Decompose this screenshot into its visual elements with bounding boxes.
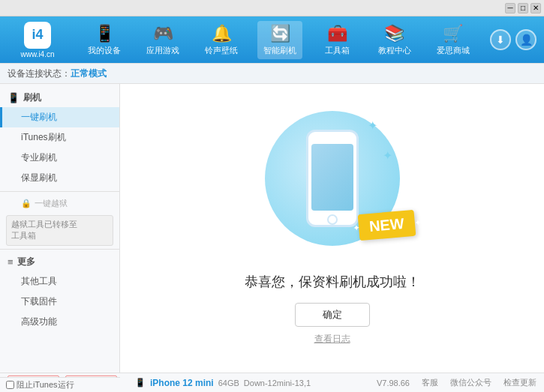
my-device-icon: 📱 (95, 24, 115, 43)
main-area: 📱 刷机 一键刷机 iTunes刷机 专业刷机 保显刷机 🔒 一键越狱 越狱工具… (0, 84, 544, 373)
sidebar-item-pro-flash[interactable]: 专业刷机 (0, 148, 119, 168)
device-system: Down-12mini-13,1 (244, 379, 311, 388)
new-badge: NEW (357, 210, 415, 241)
download-button[interactable]: ⬇ (490, 29, 511, 50)
sidebar-item-advanced[interactable]: 高级功能 (0, 312, 119, 332)
nav-label-shop: 爱思商城 (437, 45, 470, 56)
user-button[interactable]: 👤 (515, 29, 536, 50)
nav-bar: 📱 我的设备 🎮 应用游戏 🔔 铃声壁纸 🔄 智能刷机 🧰 工具箱 📚 教程中心… (75, 21, 482, 59)
sidebar-section-more: ≡ 更多 (0, 253, 119, 271)
smart-flash-icon: 🔄 (270, 24, 290, 43)
apps-games-icon: 🎮 (153, 24, 173, 43)
sidebar-divider-2 (0, 249, 119, 250)
footer-right: V7.98.66 客服 微信公众号 检查更新 (377, 377, 536, 388)
titlebar: ─ □ ✕ (0, 0, 544, 16)
nav-item-smart-flash[interactable]: 🔄 智能刷机 (257, 21, 302, 59)
nav-item-shop[interactable]: 🛒 爱思商城 (431, 21, 476, 59)
sparkle-icon-1: ✦ (368, 118, 377, 133)
device-phone-icon: 📱 (135, 378, 146, 388)
shop-icon: 🛒 (443, 24, 463, 43)
sidebar-divider-1 (0, 191, 119, 192)
check-update-link[interactable]: 检查更新 (503, 377, 536, 388)
sidebar-item-itunes-flash[interactable]: iTunes刷机 (0, 127, 119, 148)
itunes-checkbox[interactable] (6, 381, 14, 389)
tutorial-icon: 📚 (384, 24, 404, 43)
nav-label-my-device: 我的设备 (88, 45, 121, 56)
nav-label-ringtone: 铃声壁纸 (205, 45, 238, 56)
customer-service-link[interactable]: 客服 (422, 377, 438, 388)
nav-label-tutorial: 教程中心 (378, 45, 411, 56)
sidebar-item-one-click-flash[interactable]: 一键刷机 (0, 107, 119, 127)
flash-section-icon: 📱 (8, 92, 20, 103)
wechat-link[interactable]: 微信公众号 (450, 377, 491, 388)
connection-status-bar: 设备连接状态： 正常模式 (0, 63, 544, 84)
nav-label-apps-games: 应用游戏 (146, 45, 179, 56)
device-storage: 64GB (218, 379, 239, 388)
version-label: V7.98.66 (377, 379, 410, 388)
nav-item-apps-games[interactable]: 🎮 应用游戏 (140, 21, 185, 59)
jailbreak-section-label: 一键越狱 (35, 198, 68, 209)
more-section-icon: ≡ (8, 256, 14, 268)
nav-label-smart-flash: 智能刷机 (263, 45, 296, 56)
nav-item-toolbox[interactable]: 🧰 工具箱 (317, 21, 359, 59)
sidebar-item-download-firmware[interactable]: 下载固件 (0, 292, 119, 312)
confirm-button[interactable]: 确定 (295, 303, 370, 327)
jailbreak-note: 越狱工具已转移至工具箱 (6, 215, 113, 246)
success-message: 恭喜您，保资料刷机成功啦！ (245, 273, 420, 291)
phone-circle-bg: NEW ✦ ✦ (265, 111, 400, 246)
status-value: 正常模式 (71, 67, 107, 80)
maximize-button[interactable]: □ (518, 3, 528, 13)
header-right: ⬇ 👤 (490, 29, 536, 50)
more-section-label: 更多 (17, 256, 35, 268)
phone-screen (311, 144, 353, 211)
nav-item-ringtone[interactable]: 🔔 铃声壁纸 (199, 21, 244, 59)
toolbox-icon: 🧰 (327, 24, 347, 43)
logo: i4 www.i4.cn (8, 22, 68, 58)
sidebar-section-jailbreak: 🔒 一键越狱 (0, 195, 119, 212)
nav-item-tutorial[interactable]: 📚 教程中心 (372, 21, 417, 59)
nav-label-toolbox: 工具箱 (325, 45, 350, 56)
itunes-label: 阻止iTunes运行 (17, 379, 74, 391)
lock-icon: 🔒 (21, 199, 32, 208)
logo-text: www.i4.cn (20, 50, 54, 58)
nav-item-my-device[interactable]: 📱 我的设备 (82, 21, 127, 59)
device-name: iPhone 12 mini (150, 378, 214, 388)
device-info: 📱 iPhone 12 mini 64GB Down-12mini-13,1 (128, 378, 318, 388)
sparkle-icon-2: ✦ (383, 148, 392, 163)
status-label: 设备连接状态： (8, 67, 71, 80)
ringtone-icon: 🔔 (212, 24, 232, 43)
sidebar: 📱 刷机 一键刷机 iTunes刷机 专业刷机 保显刷机 🔒 一键越狱 越狱工具… (0, 84, 120, 373)
close-button[interactable]: ✕ (530, 3, 541, 13)
phone-body (306, 130, 359, 227)
minimize-button[interactable]: ─ (505, 3, 515, 13)
content-area: NEW ✦ ✦ 恭喜您，保资料刷机成功啦！ 确定 查看日志 (120, 84, 544, 373)
log-link[interactable]: 查看日志 (314, 333, 350, 346)
phone-illustration: NEW ✦ ✦ (265, 111, 400, 261)
sidebar-item-save-flash[interactable]: 保显刷机 (0, 168, 119, 188)
flash-section-label: 刷机 (23, 91, 41, 104)
phone-home-button (327, 214, 338, 225)
sidebar-section-flash: 📱 刷机 (0, 88, 119, 107)
sidebar-item-other-tools[interactable]: 其他工具 (0, 271, 119, 292)
logo-icon: i4 (24, 22, 51, 49)
header: i4 www.i4.cn 📱 我的设备 🎮 应用游戏 🔔 铃声壁纸 🔄 智能刷机… (0, 16, 544, 63)
